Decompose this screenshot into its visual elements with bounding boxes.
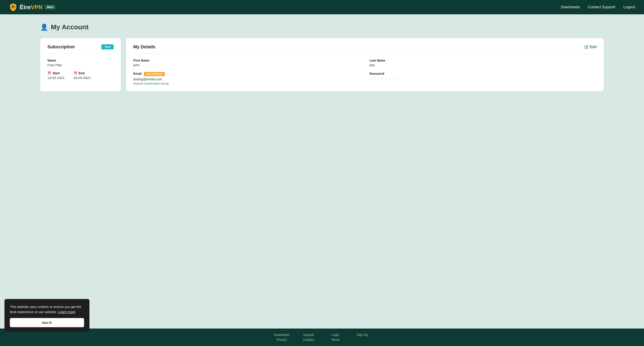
end-date-value: 16-03-2021 — [74, 76, 91, 80]
brand-logo-icon — [9, 3, 18, 12]
subscription-title: Subscription — [48, 44, 75, 50]
contact-support-link[interactable]: Contact Support — [588, 5, 616, 10]
email-label: Email — [133, 72, 142, 75]
footer-terms-link[interactable]: Terms — [322, 338, 349, 341]
start-date-item: 📅 Start 14-02-2021 — [48, 71, 64, 80]
account-icon: 👤 — [40, 24, 48, 31]
cards-row: Subscription Trial Name Free Plan 📅 Star… — [40, 38, 604, 92]
details-card: My Details Edit First Name john Las — [126, 38, 604, 92]
email-value: testing@email.com — [133, 77, 360, 81]
cookie-got-it-button[interactable]: Got it! — [10, 318, 84, 327]
edit-button[interactable]: Edit — [584, 45, 596, 49]
page-title: My Account — [51, 23, 88, 31]
subscription-card: Subscription Trial Name Free Plan 📅 Star… — [40, 38, 121, 92]
email-label-row: Email Unconfirmed — [133, 72, 360, 76]
password-label: Password — [370, 72, 596, 75]
footer-cookies-link[interactable]: Cookies — [295, 338, 322, 341]
subscription-name-field: Name Free Plan — [48, 59, 114, 67]
edit-icon — [584, 45, 588, 49]
first-name-field: First Name john — [133, 59, 360, 67]
footer-signup-link[interactable]: Sign Up — [349, 333, 376, 336]
calendar-start-icon: 📅 — [48, 71, 51, 75]
navbar: ÉireVPN Beta Downloads Contact Support L… — [0, 0, 644, 14]
page-title-row: 👤 My Account — [40, 23, 604, 31]
footer-col-1: Downloads Privacy — [268, 333, 295, 341]
footer-col-4: Sign Up — [349, 333, 376, 341]
footer-support-link[interactable]: Support — [295, 333, 322, 336]
password-value: · · · · · · · · — [370, 76, 596, 81]
cookie-text: This website uses cookies to ensure you … — [10, 304, 84, 314]
downloads-link[interactable]: Downloads — [561, 5, 580, 10]
first-name-value: john — [133, 63, 360, 67]
calendar-end-icon: 📅 — [74, 71, 77, 75]
navbar-links: Downloads Contact Support Logout — [561, 5, 635, 10]
footer-downloads-link[interactable]: Downloads — [268, 333, 295, 336]
details-card-header: My Details Edit — [133, 44, 596, 54]
cookie-learn-more-link[interactable]: Learn more — [58, 310, 75, 314]
footer-col-2: Support Cookies — [295, 333, 322, 341]
subscription-name-value: Free Plan — [48, 63, 114, 67]
end-date-label: 📅 End — [74, 71, 91, 75]
first-name-label: First Name — [133, 59, 360, 62]
brand: ÉireVPN Beta — [9, 3, 55, 12]
beta-badge: Beta — [45, 5, 55, 10]
start-date-label: 📅 Start — [48, 71, 64, 75]
logout-link[interactable]: Logout — [624, 5, 635, 10]
password-field: Password · · · · · · · · — [370, 72, 596, 85]
end-date-item: 📅 End 16-03-2021 — [74, 71, 91, 80]
brand-name: ÉireVPN — [20, 4, 43, 11]
footer-col-3: Login Terms — [322, 333, 349, 341]
last-name-label: Last Name — [370, 59, 596, 62]
cookie-banner: This website uses cookies to ensure you … — [4, 299, 90, 332]
trial-badge: Trial — [101, 44, 114, 50]
last-name-value: doe — [370, 63, 596, 67]
email-field: Email Unconfirmed testing@email.com Rese… — [133, 72, 360, 85]
unconfirmed-badge: Unconfirmed — [144, 72, 165, 76]
last-name-field: Last Name doe — [370, 59, 596, 67]
footer-links: Downloads Privacy Support Cookies Login … — [268, 333, 376, 341]
subscription-name-label: Name — [48, 59, 114, 62]
subscription-card-header: Subscription Trial — [48, 44, 114, 54]
footer-privacy-link[interactable]: Privacy — [268, 338, 295, 341]
footer-login-link[interactable]: Login — [322, 333, 349, 336]
resend-confirmation-link[interactable]: Resend Confirmation Email — [133, 82, 360, 85]
main-content: 👤 My Account Subscription Trial Name Fre… — [0, 14, 644, 328]
footer: Downloads Privacy Support Cookies Login … — [0, 328, 644, 346]
details-title: My Details — [133, 44, 156, 50]
details-grid: First Name john Last Name doe Email Unco… — [133, 59, 596, 85]
dates-row: 📅 Start 14-02-2021 📅 End 16-03-2021 — [48, 71, 114, 80]
svg-rect-2 — [13, 6, 14, 7]
start-date-value: 14-02-2021 — [48, 76, 64, 80]
